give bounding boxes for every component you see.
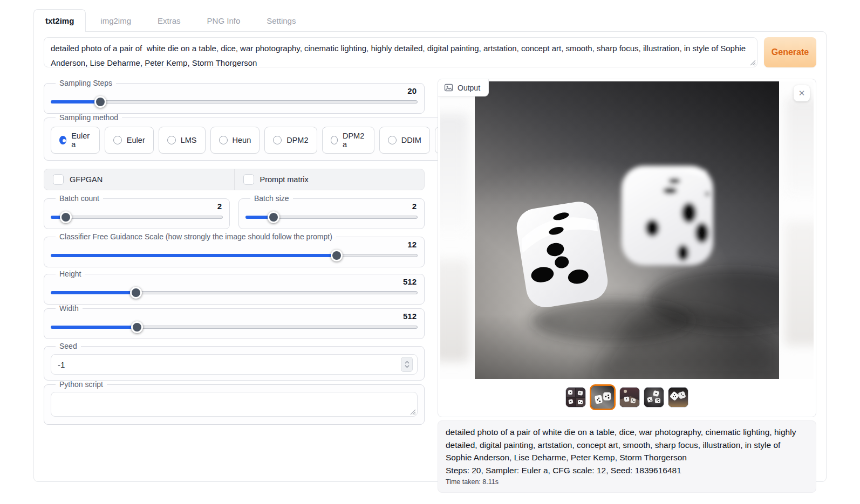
toggles-group: GFPGAN Prompt matrix — [44, 169, 425, 190]
spinner-up-icon — [405, 361, 409, 364]
image-viewer — [440, 81, 814, 379]
width-value: 512 — [51, 312, 417, 321]
prompt-input[interactable]: detailed photo of a pair of white die on… — [44, 37, 757, 67]
radio-dpm2-a[interactable]: DPM2 a — [322, 127, 374, 154]
tab-extras[interactable]: Extras — [146, 9, 193, 32]
batch-count-label: Batch count — [56, 194, 103, 203]
cfg-scale-label: Classifier Free Guidance Scale (how stro… — [56, 232, 336, 241]
batch-size-label: Batch size — [250, 194, 293, 203]
batch-row: Batch count 2 Batch size 2 — [44, 194, 425, 229]
slider-fill — [51, 254, 337, 257]
sampling-method-options: Euler a Euler LMS Heun — [51, 122, 487, 155]
cfg-scale-slider[interactable] — [51, 250, 418, 261]
sampling-steps-slider[interactable] — [51, 96, 418, 108]
batch-size-group: Batch size 2 — [238, 194, 425, 229]
radio-icon — [331, 136, 338, 144]
prompt-row: detailed photo of a pair of white die on… — [44, 37, 816, 70]
radio-selected-icon — [59, 136, 66, 144]
sampling-steps-group: Sampling Steps 20 — [44, 79, 425, 114]
radio-dpm2[interactable]: DPM2 — [264, 127, 317, 154]
seed-group: Seed — [44, 342, 425, 381]
radio-ddim[interactable]: DDIM — [379, 127, 430, 154]
caption-time-text: Time taken: 8.11s — [446, 478, 808, 486]
radio-lms[interactable]: LMS — [159, 127, 206, 154]
result-caption: detailed photo of a pair of white die on… — [438, 420, 816, 493]
radio-icon — [219, 136, 228, 144]
tab-png-info[interactable]: PNG Info — [195, 9, 252, 32]
output-gallery: Output ✕ — [438, 79, 816, 417]
app-window: txt2img img2img Extras PNG Info Settings… — [33, 9, 827, 482]
prompt-box: detailed photo of a pair of white die on… — [44, 37, 757, 70]
slider-fill — [51, 291, 136, 294]
script-box — [51, 392, 418, 419]
batch-count-group: Batch count 2 — [44, 194, 230, 229]
slider-handle[interactable] — [94, 96, 106, 108]
python-script-group: Python script — [44, 380, 425, 425]
generate-button[interactable]: Generate — [764, 37, 816, 67]
gallery-thumbnail-3[interactable] — [619, 387, 640, 408]
gallery-right-blur — [779, 81, 814, 379]
cfg-scale-group: Classifier Free Guidance Scale (how stro… — [44, 232, 425, 267]
radio-heun[interactable]: Heun — [210, 127, 260, 154]
tab-txt2img[interactable]: txt2img — [33, 9, 86, 32]
checkbox-icon[interactable] — [53, 174, 64, 185]
width-slider[interactable] — [51, 321, 418, 333]
slider-track[interactable] — [51, 216, 223, 219]
thumbnail-strip — [438, 379, 816, 416]
gallery-thumbnail-5[interactable] — [668, 387, 688, 408]
slider-handle[interactable] — [60, 211, 72, 223]
slider-handle[interactable] — [331, 250, 343, 261]
python-script-input[interactable] — [51, 392, 418, 417]
sampling-method-label: Sampling method — [56, 113, 122, 122]
tab-img2img[interactable]: img2img — [88, 9, 143, 32]
sampling-method-group: Sampling method Euler a Euler LMS — [44, 113, 494, 161]
sampling-steps-label: Sampling Steps — [56, 79, 116, 87]
main-panel: detailed photo of a pair of white die on… — [33, 31, 827, 482]
width-label: Width — [56, 304, 83, 313]
seed-label: Seed — [56, 342, 81, 350]
image-icon — [444, 83, 453, 92]
slider-fill — [51, 326, 137, 329]
width-group: Width 512 — [44, 304, 425, 339]
spinner-down-icon — [405, 365, 409, 368]
gallery-thumbnail-4[interactable] — [644, 387, 664, 408]
batch-size-value: 2 — [245, 202, 417, 211]
radio-euler-a[interactable]: Euler a — [51, 127, 100, 154]
gallery-thumbnail-2-selected[interactable] — [590, 384, 616, 410]
caption-prompt-text: detailed photo of a pair of white die on… — [446, 426, 808, 464]
settings-column: Sampling Steps 20 Sampling method Euler … — [44, 79, 425, 493]
output-column: Output ✕ — [438, 79, 816, 493]
seed-input[interactable] — [51, 354, 418, 375]
gfpgan-checkbox[interactable]: GFPGAN — [44, 169, 234, 190]
tab-settings[interactable]: Settings — [255, 9, 308, 32]
slider-handle[interactable] — [268, 211, 279, 223]
output-label: Output — [458, 84, 480, 92]
caption-params-text: Steps: 20, Sampler: Euler a, CFG scale: … — [446, 464, 808, 477]
gallery-left-blur — [440, 81, 475, 379]
cfg-scale-value: 12 — [51, 240, 417, 249]
height-value: 512 — [51, 277, 417, 286]
batch-count-value: 2 — [51, 202, 222, 211]
radio-icon — [273, 136, 282, 144]
slider-handle[interactable] — [130, 287, 142, 299]
generated-image[interactable] — [475, 81, 779, 379]
seed-field-wrap — [51, 354, 418, 375]
prompt-matrix-checkbox[interactable]: Prompt matrix — [234, 169, 425, 190]
gallery-thumbnail-1[interactable] — [565, 387, 586, 408]
close-icon[interactable]: ✕ — [794, 85, 810, 101]
radio-icon — [167, 136, 176, 144]
checkbox-icon[interactable] — [243, 174, 254, 185]
number-spinner[interactable] — [401, 357, 413, 372]
height-slider[interactable] — [51, 287, 418, 299]
height-group: Height 512 — [44, 270, 425, 305]
python-script-label: Python script — [56, 380, 107, 389]
radio-icon — [388, 136, 397, 144]
output-label-chip: Output — [438, 79, 489, 96]
radio-euler[interactable]: Euler — [105, 127, 154, 154]
tab-bar: txt2img img2img Extras PNG Info Settings — [33, 9, 827, 32]
radio-icon — [113, 136, 122, 144]
slider-handle[interactable] — [131, 321, 143, 333]
batch-size-slider[interactable] — [245, 211, 418, 223]
height-label: Height — [56, 270, 85, 278]
batch-count-slider[interactable] — [51, 211, 223, 223]
